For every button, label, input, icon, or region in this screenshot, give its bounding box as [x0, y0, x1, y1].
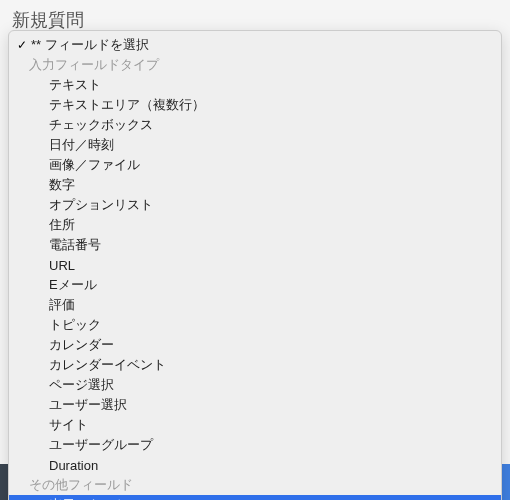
dropdown-option-calendar-event[interactable]: カレンダーイベント — [9, 355, 501, 375]
dropdown-selected-label: ** フィールドを選択 — [29, 36, 149, 54]
dropdown-option-url[interactable]: URL — [9, 255, 501, 275]
dropdown-option-phone[interactable]: 電話番号 — [9, 235, 501, 255]
dropdown-option-rating[interactable]: 評価 — [9, 295, 501, 315]
dropdown-group-header: 入力フィールドタイプ — [9, 55, 501, 75]
dropdown-option-address[interactable]: 住所 — [9, 215, 501, 235]
dropdown-option-textarea[interactable]: テキストエリア（複数行） — [9, 95, 501, 115]
dropdown-option-display-text[interactable]: 表示テキスト — [9, 495, 501, 500]
dropdown-option-checkbox[interactable]: チェックボックス — [9, 115, 501, 135]
dropdown-option-image-file[interactable]: 画像／ファイル — [9, 155, 501, 175]
dropdown-option-text[interactable]: テキスト — [9, 75, 501, 95]
dropdown-group-header: その他フィールド — [9, 475, 501, 495]
field-select-dropdown[interactable]: ✓ ** フィールドを選択 入力フィールドタイプ テキスト テキストエリア（複数… — [8, 30, 502, 500]
checkmark-icon: ✓ — [15, 38, 29, 52]
dropdown-option-duration[interactable]: Duration — [9, 455, 501, 475]
dropdown-option-datetime[interactable]: 日付／時刻 — [9, 135, 501, 155]
dropdown-option-topic[interactable]: トピック — [9, 315, 501, 335]
dropdown-option-user-group[interactable]: ユーザーグループ — [9, 435, 501, 455]
dropdown-option-number[interactable]: 数字 — [9, 175, 501, 195]
dropdown-option-calendar[interactable]: カレンダー — [9, 335, 501, 355]
dropdown-option-site[interactable]: サイト — [9, 415, 501, 435]
dropdown-option-page-select[interactable]: ページ選択 — [9, 375, 501, 395]
dropdown-option-user-select[interactable]: ユーザー選択 — [9, 395, 501, 415]
dropdown-selected-option[interactable]: ✓ ** フィールドを選択 — [9, 35, 501, 55]
dropdown-option-email[interactable]: Eメール — [9, 275, 501, 295]
dropdown-option-option-list[interactable]: オプションリスト — [9, 195, 501, 215]
